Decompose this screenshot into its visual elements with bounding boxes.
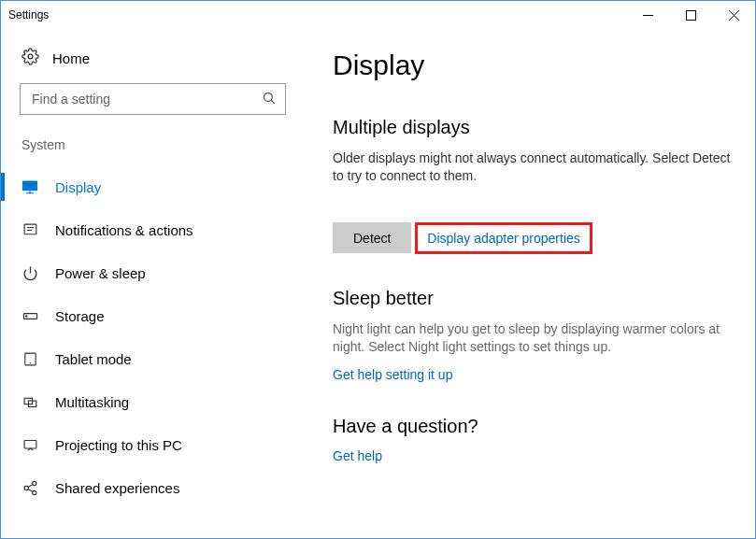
sidebar-section-label: System (1, 137, 305, 165)
projecting-icon (21, 437, 38, 453)
search-input[interactable] (30, 91, 262, 107)
svg-line-24 (28, 484, 33, 487)
sidebar-item-projecting[interactable]: Projecting to this PC (1, 423, 305, 466)
multitasking-icon (21, 394, 38, 410)
display-icon (21, 178, 38, 195)
search-box[interactable] (20, 83, 286, 115)
sidebar-item-label: Shared experiences (55, 480, 179, 496)
multiple-displays-desc: Older displays might not always connect … (333, 149, 736, 185)
sidebar-item-tablet-mode[interactable]: Tablet mode (1, 337, 305, 380)
sidebar-item-label: Tablet mode (55, 351, 132, 367)
sidebar-item-power-sleep[interactable]: Power & sleep (1, 251, 305, 294)
svg-rect-1 (686, 10, 695, 20)
tablet-icon (21, 351, 38, 367)
home-button[interactable]: Home (1, 40, 305, 83)
storage-icon (21, 308, 38, 324)
sidebar-item-display[interactable]: Display (1, 165, 305, 208)
sidebar-item-label: Multitasking (55, 394, 129, 410)
svg-point-15 (25, 315, 26, 316)
sidebar-item-label: Power & sleep (55, 265, 146, 281)
sleep-help-link[interactable]: Get help setting it up (333, 367, 452, 382)
sidebar-item-label: Projecting to this PC (55, 437, 182, 453)
content-area: Home System Display Notifications & acti… (1, 29, 755, 538)
window-title: Settings (8, 8, 49, 21)
svg-point-4 (28, 54, 33, 59)
sidebar-item-storage[interactable]: Storage (1, 294, 305, 337)
maximize-button[interactable] (669, 1, 712, 29)
sleep-better-desc: Night light can help you get to sleep by… (333, 320, 736, 356)
svg-rect-10 (24, 224, 36, 234)
question-heading: Have a question? (333, 416, 736, 437)
sidebar-item-shared-experiences[interactable]: Shared experiences (1, 466, 305, 509)
svg-rect-20 (24, 440, 36, 448)
svg-point-5 (264, 93, 273, 102)
close-button[interactable] (712, 1, 755, 29)
main-panel: Display Multiple displays Older displays… (305, 29, 755, 538)
svg-line-6 (271, 100, 275, 104)
sidebar-item-label: Notifications & actions (55, 222, 193, 238)
titlebar: Settings (1, 1, 755, 29)
svg-point-23 (32, 490, 36, 494)
sidebar: Home System Display Notifications & acti… (1, 29, 305, 538)
svg-point-22 (24, 486, 28, 489)
get-help-link[interactable]: Get help (333, 448, 382, 463)
sidebar-item-label: Display (55, 179, 101, 195)
sleep-better-heading: Sleep better (333, 288, 736, 309)
minimize-button[interactable] (626, 1, 669, 29)
notifications-icon (21, 222, 38, 238)
shared-icon (21, 480, 38, 496)
highlight-annotation: Display adapter properties (415, 222, 592, 254)
home-label: Home (52, 50, 90, 66)
display-adapter-properties-link[interactable]: Display adapter properties (427, 231, 579, 246)
svg-line-25 (28, 489, 33, 491)
close-icon (729, 10, 739, 21)
search-icon (262, 91, 276, 107)
gear-icon (21, 48, 39, 68)
svg-point-21 (32, 481, 36, 485)
multiple-displays-heading: Multiple displays (333, 117, 736, 138)
svg-rect-7 (23, 181, 37, 191)
maximize-icon (686, 10, 696, 21)
sidebar-item-notifications[interactable]: Notifications & actions (1, 208, 305, 251)
minimize-icon (643, 10, 653, 21)
power-icon (21, 265, 38, 281)
page-title: Display (333, 50, 736, 81)
sidebar-item-label: Storage (55, 308, 105, 324)
sidebar-item-multitasking[interactable]: Multitasking (1, 380, 305, 423)
detect-button[interactable]: Detect (333, 222, 411, 253)
